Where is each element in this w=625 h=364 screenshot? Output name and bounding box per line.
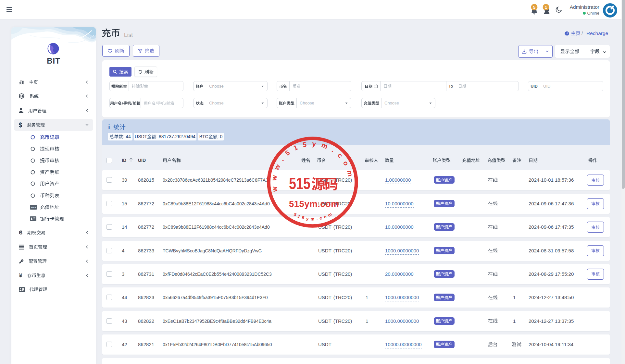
svg-text:www.515ym.com: www.515ym.com (270, 140, 355, 193)
svg-text:VISA: VISA (31, 206, 36, 209)
svg-text:515: 515 (289, 175, 310, 193)
svg-text:B: B (19, 230, 22, 235)
svg-text:515ym.com: 515ym.com (289, 199, 339, 209)
svg-text:$: $ (19, 122, 22, 128)
svg-text:¥: ¥ (19, 273, 22, 278)
svg-text:515ym.com: 515ym.com (293, 211, 335, 222)
